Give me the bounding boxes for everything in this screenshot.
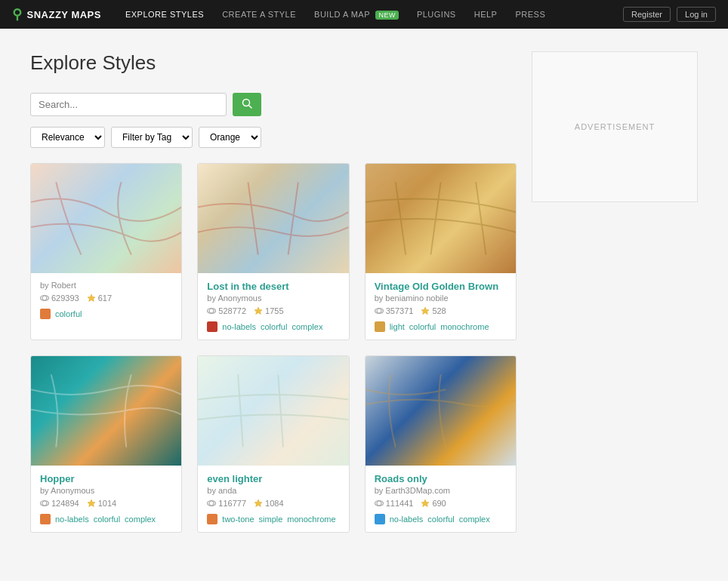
tag-label-2[interactable]: complex [292, 322, 322, 331]
sort-select[interactable]: Relevance [30, 127, 105, 148]
tag-label-2[interactable]: monochrome [287, 515, 335, 524]
nav-press[interactable]: Press [506, 0, 554, 29]
tag-label-2[interactable]: complex [125, 515, 156, 524]
card-author-2: by Anonymous [207, 294, 339, 303]
nav-plugins[interactable]: Plugins [408, 0, 465, 29]
eye-icon [375, 499, 384, 508]
card-stats-5: 116777 1084 [207, 499, 339, 508]
view-count: 116777 [207, 499, 246, 508]
map-thumbnail-1[interactable] [31, 164, 181, 273]
star-icon [254, 499, 263, 508]
tag-label-1[interactable]: colorful [409, 322, 436, 331]
view-count: 111441 [375, 499, 414, 508]
tag-label-0[interactable]: no-labels [390, 515, 424, 524]
card-title-6[interactable]: Roads only [375, 473, 507, 484]
map-thumbnail-2[interactable] [198, 164, 348, 273]
tag-label-2[interactable]: complex [459, 515, 490, 524]
svg-marker-4 [88, 294, 95, 302]
card-author-5: by anda [207, 486, 339, 495]
nav-right: Register Log in [623, 7, 716, 22]
tag-label-2[interactable]: monochrome [440, 322, 489, 331]
advertisement: ADVERTISEMENT [532, 51, 698, 202]
eye-icon [40, 499, 49, 508]
map-card-2: Lost in the desertby Anonymous 528772 17… [197, 163, 349, 340]
tag-label-1[interactable]: simple [259, 515, 283, 524]
star-icon [421, 499, 430, 508]
tag-swatch-0 [375, 321, 385, 332]
view-count: 528772 [207, 306, 246, 315]
view-count: 124894 [40, 499, 79, 508]
card-title-4[interactable]: Hopper [40, 473, 172, 484]
nav-help[interactable]: Help [465, 0, 507, 29]
card-author-3: by beniamino nobile [375, 294, 507, 303]
svg-marker-19 [421, 500, 429, 507]
login-button[interactable]: Log in [677, 7, 716, 22]
svg-point-5 [209, 309, 214, 313]
tag-filter-select[interactable]: Filter by Tag [111, 127, 193, 148]
sidebar: ADVERTISEMENT [532, 51, 698, 533]
star-count: 1014 [87, 499, 116, 508]
map-card-1: by Robert 629393 617 colorful [30, 163, 182, 340]
svg-marker-13 [88, 500, 95, 507]
svg-point-14 [209, 501, 214, 506]
search-button[interactable] [233, 93, 261, 116]
brand-name: Snazzy Maps [27, 9, 101, 20]
map-thumbnail-5[interactable] [198, 356, 348, 466]
eye-icon [375, 306, 384, 315]
tag-label-1[interactable]: colorful [94, 515, 120, 524]
card-stats-1: 629393 617 [40, 294, 172, 303]
map-card-6: Roads onlyby Earth3DMap.com 111441 690 n… [365, 355, 517, 533]
card-stats-2: 528772 1755 [207, 306, 339, 315]
card-stats-6: 111441 690 [375, 499, 507, 508]
card-stats-4: 124894 1014 [40, 499, 172, 508]
card-title-5[interactable]: even lighter [207, 473, 339, 484]
svg-marker-7 [254, 307, 262, 315]
map-card-4: Hopperby Anonymous 124894 1014 no-labels… [30, 355, 182, 533]
svg-marker-16 [254, 500, 262, 507]
brand-icon: ⚲ [12, 6, 23, 23]
search-input[interactable] [30, 93, 227, 116]
svg-point-11 [42, 501, 47, 506]
register-button[interactable]: Register [623, 7, 671, 22]
tag-label-1[interactable]: colorful [261, 322, 287, 331]
tag-label-0[interactable]: colorful [55, 309, 82, 318]
tag-swatch-0 [375, 514, 385, 524]
nav-build-map[interactable]: Build a Map NEW [305, 0, 408, 29]
new-badge: NEW [375, 11, 399, 20]
card-tags-5: two-tonesimplemonochrome [207, 514, 339, 524]
navbar: ⚲ Snazzy Maps Explore Styles Create a St… [0, 0, 728, 29]
card-tags-1: colorful [40, 309, 172, 319]
tag-label-1[interactable]: colorful [427, 515, 454, 524]
card-stats-3: 357371 528 [375, 306, 507, 315]
star-count: 528 [421, 306, 446, 315]
star-count: 1755 [254, 306, 283, 315]
nav-explore-styles[interactable]: Explore Styles [116, 0, 213, 29]
nav-create-style[interactable]: Create a Style [213, 0, 305, 29]
tag-label-0[interactable]: no-labels [55, 515, 89, 524]
brand-logo[interactable]: ⚲ Snazzy Maps [12, 6, 101, 23]
nav-links: Explore Styles Create a Style Build a Ma… [116, 0, 623, 29]
card-tags-3: lightcolorfulmonochrome [375, 321, 507, 332]
tag-label-0[interactable]: no-labels [222, 322, 256, 331]
svg-point-8 [377, 309, 381, 313]
search-row [30, 93, 517, 116]
card-author-1: by Robert [40, 281, 172, 290]
tag-label-0[interactable]: two-tone [222, 515, 254, 524]
card-title-3[interactable]: Vintage Old Golden Brown [375, 281, 507, 292]
map-thumbnail-4[interactable] [31, 356, 181, 466]
map-thumbnail-6[interactable] [366, 356, 516, 466]
card-title-2[interactable]: Lost in the desert [207, 281, 339, 292]
star-icon [87, 499, 96, 508]
search-icon [242, 98, 252, 109]
card-tags-4: no-labelscolorfulcomplex [40, 514, 172, 524]
eye-icon [207, 499, 216, 508]
tag-swatch-0 [40, 514, 51, 524]
eye-icon [207, 306, 216, 315]
color-filter-select[interactable]: Orange [199, 127, 261, 148]
star-icon [87, 294, 96, 303]
tag-label-0[interactable]: light [390, 322, 405, 331]
cards-grid: by Robert 629393 617 colorfulLost in the… [30, 163, 517, 533]
map-thumbnail-3[interactable] [366, 164, 516, 273]
card-author-6: by Earth3DMap.com [375, 486, 507, 495]
tag-swatch-0 [207, 321, 217, 332]
